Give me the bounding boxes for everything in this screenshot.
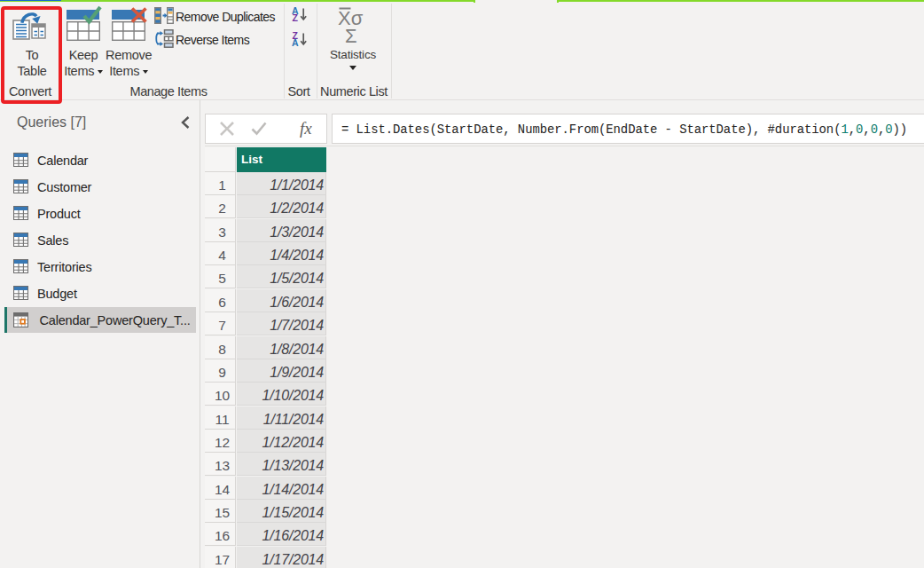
svg-text:Z: Z	[293, 12, 299, 21]
svg-text:A: A	[292, 37, 299, 46]
svg-text:Σ: Σ	[345, 25, 357, 47]
